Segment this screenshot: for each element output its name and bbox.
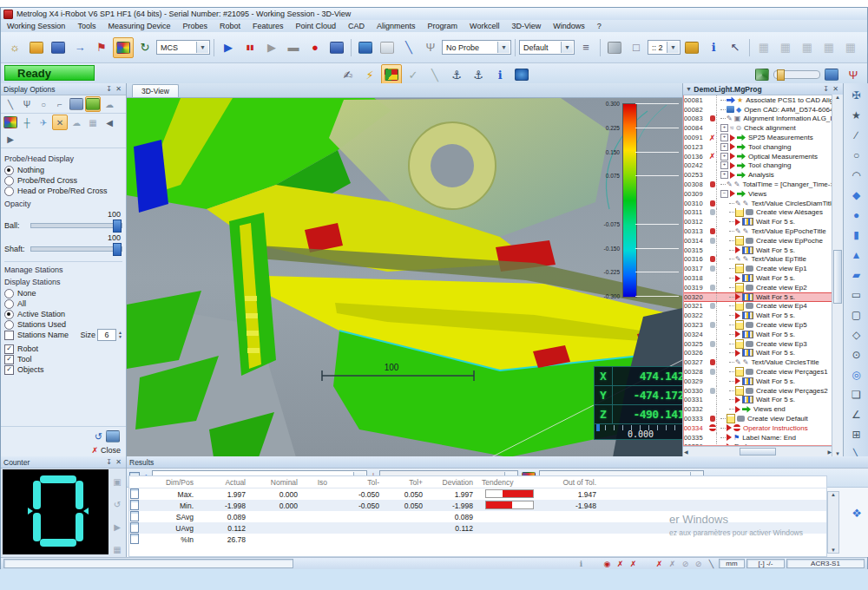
pin-icon[interactable]: ↧ (104, 457, 114, 467)
pin-icon[interactable]: ↧ (821, 84, 831, 94)
layout-select[interactable]: :: 2▼ (648, 40, 681, 55)
probe-select[interactable]: No Probe▼ (442, 40, 511, 55)
close-icon[interactable]: ✕ (114, 457, 123, 467)
column-header-tol-[interactable]: Tol- (332, 478, 385, 487)
anchor-dot-icon[interactable]: ⚓ (446, 64, 467, 85)
check-stations-name[interactable]: Stations NameSize6▲▼ (4, 330, 122, 340)
surface-icon[interactable]: ▰ (847, 265, 866, 285)
check-objects[interactable]: ✓Objects (4, 364, 122, 375)
check-robot[interactable]: ✓Robot (4, 344, 122, 354)
probe-check-icon[interactable]: ✓ (403, 64, 424, 85)
sphere-icon[interactable]: ● (847, 205, 866, 225)
record-icon[interactable]: ● (305, 37, 326, 58)
axis-steps-icon[interactable]: ≡ (575, 37, 596, 58)
expand-icon[interactable]: + (720, 134, 728, 141)
cloud-2-icon[interactable]: ☁ (69, 115, 84, 130)
result-row-min-[interactable]: Min.-1.9980.000-0.0500.050-1.998-1.948 (129, 500, 826, 511)
grid-icon[interactable]: ▦ (85, 115, 101, 130)
expand-icon[interactable]: + (720, 153, 728, 161)
probe-dot-icon[interactable]: ◉ (602, 559, 613, 569)
size-spinner[interactable]: 6 (97, 329, 116, 341)
column-header-nominal[interactable]: Nominal (251, 478, 303, 487)
ban-2-icon[interactable]: ⊘ (693, 559, 704, 569)
probe-fork-icon[interactable]: Ψ (420, 37, 441, 58)
program-row-00311[interactable]: 00311Create view Alésages (684, 208, 832, 218)
gauge-icon[interactable] (381, 64, 402, 85)
expand-icon[interactable]: + (720, 161, 728, 169)
flag-report-icon[interactable]: ⚑ (91, 37, 112, 58)
send-report-icon[interactable]: → (69, 37, 90, 58)
bird-probe-icon[interactable] (511, 64, 532, 85)
torus-icon[interactable]: ◎ (847, 364, 866, 384)
radio-all[interactable]: All (4, 298, 122, 309)
line-icon[interactable]: ∕ (847, 125, 866, 145)
slot-icon[interactable]: ▢ (847, 305, 866, 324)
column-header-tol-[interactable]: Tol+ (385, 478, 428, 487)
cube-shaded-icon[interactable] (604, 37, 625, 58)
close-icon[interactable]: ✕ (114, 84, 123, 94)
arc-icon[interactable]: ◠ (847, 165, 866, 185)
menu-item--[interactable]: ? (591, 22, 608, 30)
pin-icon[interactable]: ↧ (104, 84, 114, 94)
tool-info-icon[interactable]: ℹ (490, 64, 510, 85)
column-header-iso[interactable]: Iso (303, 478, 332, 487)
probe-x1-icon[interactable]: ✗ (615, 559, 626, 569)
skeleton-icon[interactable]: Ψ (19, 96, 35, 112)
result-row--in[interactable]: %In26.78 (129, 534, 826, 545)
result-row-uavg[interactable]: UAvg0.1120.112 (129, 522, 826, 534)
expand-icon[interactable]: + (720, 124, 728, 132)
colormap-icon[interactable] (113, 37, 134, 58)
mcs-select[interactable]: MCS▼ (156, 40, 210, 55)
cassette-icon[interactable] (69, 96, 84, 112)
menu-item-windows[interactable]: Windows (547, 22, 591, 30)
probe-green-icon[interactable] (85, 96, 101, 112)
x-red-icon[interactable]: ✗ (654, 559, 665, 569)
program-row-00318[interactable]: 00318Wait For 5 s. (684, 273, 832, 283)
circle-icon[interactable]: ○ (847, 145, 866, 165)
palette-icon[interactable] (589, 559, 600, 569)
program-row-00310[interactable]: 00310✎✎Text/Value CirclesDiamTitle (684, 199, 832, 208)
erase-icon[interactable]: ▣ (109, 474, 125, 489)
undo-icon[interactable]: ↺ (95, 431, 102, 442)
result-row-max-[interactable]: Max.1.9970.000-0.0500.0501.9971.947 (129, 488, 826, 500)
ellipse-icon[interactable]: ⊙ (847, 344, 866, 364)
menu-item-working-session[interactable]: Working Session (1, 22, 71, 30)
probe-thin-icon[interactable]: ╲ (398, 37, 419, 58)
lightning-icon[interactable]: ⚡ (359, 64, 380, 85)
program-row-00322[interactable]: 00322Wait For 5 s. (684, 311, 832, 320)
menu-item-program[interactable]: Program (422, 22, 464, 30)
pan-hand-icon[interactable]: ✍ (338, 64, 358, 85)
cube-d-icon[interactable]: ▦ (819, 37, 839, 58)
x-gray-icon[interactable]: ✗ (667, 559, 678, 569)
play-icon[interactable]: ▶ (218, 37, 239, 58)
menu-item-point-cloud[interactable]: Point Cloud (290, 22, 343, 30)
cross-probes-icon[interactable]: ✕ (52, 115, 68, 130)
menu-item-workcell[interactable]: Workcell (464, 22, 505, 30)
collapse-icon[interactable]: − (720, 190, 728, 198)
menu-item-probes[interactable]: Probes (176, 22, 214, 30)
program-row-00324[interactable]: 00324Wait For 5 s. (684, 330, 832, 339)
probe-paint-icon[interactable] (355, 37, 376, 58)
step-icon[interactable]: ▶ (261, 37, 282, 58)
expand-icon[interactable]: + (720, 171, 728, 179)
thermometer-icon[interactable] (641, 559, 652, 569)
program-row-00323[interactable]: 00323Create view Ep5 (684, 320, 832, 330)
colormap-small-icon[interactable] (3, 115, 18, 130)
balloon-icon[interactable]: ○ (36, 96, 51, 112)
program-row-00083[interactable]: 00083✎▣Alignment Information ALG_INFO1 (684, 115, 832, 124)
eraser-icon[interactable] (821, 64, 842, 85)
open-folder-icon[interactable] (26, 37, 47, 58)
speed-slider[interactable] (773, 70, 820, 79)
column-header-dim-pos[interactable]: Dim/Pos (145, 478, 199, 487)
program-row-00309[interactable]: 00309−Views (684, 189, 832, 199)
cube-a-icon[interactable]: ▦ (753, 37, 774, 58)
check-tool[interactable]: ✓Tool (4, 354, 122, 364)
column-header-out-of-tol-[interactable]: Out of Tol. (539, 478, 602, 487)
angle-icon[interactable]: ∠ (847, 404, 866, 424)
radio-nothing[interactable]: Nothing (4, 165, 122, 175)
program-row-00253[interactable]: 00253+Analysis (684, 170, 832, 180)
program-row-00317[interactable]: 00317Create view Ep1 (684, 264, 832, 273)
nav-left-icon[interactable]: ◀ (102, 115, 117, 130)
program-row-00330[interactable]: 00330Create view Perçages2 (684, 386, 832, 396)
scroll-up-icon[interactable]: ▲ (835, 95, 840, 100)
